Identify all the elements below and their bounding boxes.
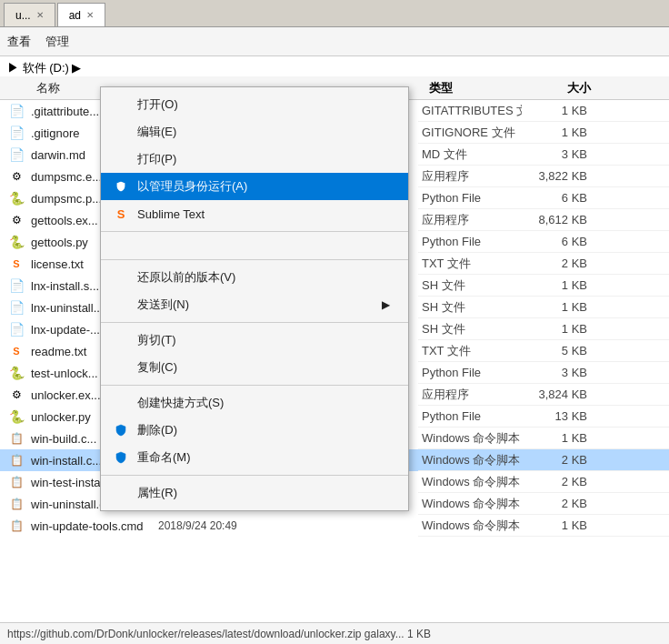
menu-separator-3 [101,322,408,323]
right-row-unlocker-py: Python File 13 KB [418,406,669,428]
col-header-size: 大小 [525,80,598,96]
file-row-win-update-tools[interactable]: 📋 win-update-tools.cmd 2018/9/24 20:49 [0,515,418,537]
right-row-gettools-ex: 应用程序 8,612 KB [418,209,669,231]
right-row-lnx-install: SH 文件 1 KB [418,275,669,297]
file-icon-win-test-install: 📋 [7,473,25,491]
menu-item-revert[interactable]: 还原以前的版本(V) [101,264,408,291]
rsize-test-unlock: 3 KB [522,366,594,379]
menu-label-delete: 删除(D) [137,422,177,438]
menu-item-print[interactable]: 打印(P) [101,146,408,173]
context-menu: 打开(O) 编辑(E) 打印(P) 以管理员身份运行(A) S Sublime … [100,86,409,511]
rtype-unlocker-ex: 应用程序 [422,387,522,403]
file-icon-win-build: 📋 [7,429,25,448]
rsize-gitattributes: 1 KB [522,104,594,117]
menu-label-rename: 重命名(M) [137,449,191,466]
file-icon-test-unlock: 🐍 [7,364,25,382]
rsize-unlocker-ex: 3,824 KB [522,387,594,401]
rsize-license: 2 KB [522,257,594,270]
file-icon-gitattributes: 📄 [7,102,25,120]
menu-separator-4 [101,385,408,386]
rtype-test-unlock: Python File [422,366,522,379]
menu-label-edit: 编辑(E) [137,124,176,140]
menu-item-delete[interactable]: 删除(D) [101,417,408,444]
right-row-darwin: MD 文件 3 KB [418,144,669,166]
file-icon-win-update-tools: 📋 [7,517,25,535]
toolbar-manage[interactable]: 管理 [45,34,69,50]
rsize-dumpsmc-e: 3,822 KB [522,169,594,183]
rtype-lnx-install: SH 文件 [422,277,522,294]
file-icon-darwin: 📄 [7,146,25,164]
right-panel-header: 类型 大小 [418,76,669,100]
menu-label-create-shortcut: 创建快捷方式(S) [137,395,224,411]
rsize-readme: 5 KB [522,344,594,357]
toolbar-view[interactable]: 查看 [7,34,31,50]
file-name-win-update-tools: win-update-tools.cmd [31,519,158,533]
right-row-gitattributes: GITATTRIBUTES 文件 1 KB [418,100,669,122]
tab-1[interactable]: u... ✕ [4,3,55,26]
menu-item-cut[interactable]: 剪切(T) [101,327,408,354]
file-icon-win-install: 📋 [7,451,25,469]
menu-label-copy: 复制(C) [137,359,177,376]
rtype-win-build: Windows 命令脚本 [422,430,522,447]
right-row-lnx-update: SH 文件 1 KB [418,318,669,340]
tab-1-label: u... [15,9,31,22]
rtype-gitattributes: GITATTRIBUTES 文件 [422,103,522,119]
menu-item-run-as-admin[interactable]: 以管理员身份运行(A) [101,173,408,200]
file-icon-win-uninstall: 📋 [7,495,25,513]
rsize-win-test-install: 2 KB [522,475,594,488]
menu-item-send-to[interactable]: 发送到(N) ▶ [101,291,408,318]
file-icon-readme: S [7,342,25,360]
rtype-dumpsmc-e: 应用程序 [422,168,522,185]
tab-2[interactable]: ad ✕ [57,3,105,26]
status-text: https://github.com/DrDonk/unlocker/relea… [7,628,431,640]
breadcrumb: ▶ 软件 (D:) ▶ [7,60,82,76]
right-row-lnx-uninstall: SH 文件 1 KB [418,297,669,318]
rtype-lnx-uninstall: SH 文件 [422,299,522,316]
menu-item-properties[interactable]: 属性(R) [101,479,408,507]
menu-item-copy[interactable]: 复制(C) [101,354,408,381]
rtype-win-install: Windows 命令脚本 [422,452,522,468]
shield-run-icon [112,177,130,196]
right-panel: 类型 大小 GITATTRIBUTES 文件 1 KB GITIGNORE 文件… [418,76,669,622]
menu-label-print: 打印(P) [137,151,176,167]
menu-label-sublime: Sublime Text [137,207,205,221]
shield-delete-icon [112,421,130,439]
file-icon-gettools-ex: ⚙ [7,211,25,229]
tab-1-close[interactable]: ✕ [36,10,44,20]
rsize-win-install: 2 KB [522,453,594,467]
menu-item-edit[interactable]: 编辑(E) [101,118,408,146]
menu-label-run-as-admin: 以管理员身份运行(A) [137,178,247,195]
menu-label-send-to: 发送到(N) [137,297,189,313]
file-icon-gettools-py: 🐍 [7,233,25,251]
menu-item-open[interactable]: 打开(O) [101,91,408,118]
rsize-unlocker-py: 13 KB [522,409,594,423]
file-icon-gitignore: 📄 [7,124,25,142]
file-icon-dumpsmc-e: ⚙ [7,167,25,186]
file-icon-lnx-update: 📄 [7,320,25,338]
menu-separator-1 [101,231,408,232]
status-bar: https://github.com/DrDonk/unlocker/relea… [0,622,669,644]
right-row-readme: TXT 文件 5 KB [418,340,669,362]
rtype-win-test-install: Windows 命令脚本 [422,474,522,490]
tabs-bar: u... ✕ ad ✕ [0,0,669,27]
menu-item-create-shortcut[interactable]: 创建快捷方式(S) [101,389,408,417]
send-to-arrow: ▶ [382,298,390,311]
file-icon-unlocker-py: 🐍 [7,408,25,426]
rtype-gitignore: GITIGNORE 文件 [422,125,522,141]
file-icon-lnx-install: 📄 [7,277,25,295]
file-icon-unlocker-ex: ⚙ [7,386,25,404]
right-row-test-unlock: Python File 3 KB [418,362,669,384]
win-update-tools-date: 2018/9/24 20:49 [158,519,249,532]
menu-item-rename[interactable]: 重命名(M) [101,444,408,471]
right-row-unlocker-ex: 应用程序 3,824 KB [418,384,669,406]
rsize-lnx-update: 1 KB [522,322,594,336]
tab-2-close[interactable]: ✕ [86,10,94,20]
menu-label-open: 打开(O) [137,96,178,113]
menu-label-cut: 剪切(T) [137,332,176,348]
menu-item-sublime[interactable]: S Sublime Text [101,200,408,227]
rsize-lnx-install: 1 KB [522,278,594,292]
file-icon-dumpsmc-p: 🐍 [7,189,25,207]
right-row-win-test-install: Windows 命令脚本 2 KB [418,471,669,493]
right-row-dumpsmc-e: 应用程序 3,822 KB [418,166,669,187]
right-row-license: TXT 文件 2 KB [418,253,669,275]
